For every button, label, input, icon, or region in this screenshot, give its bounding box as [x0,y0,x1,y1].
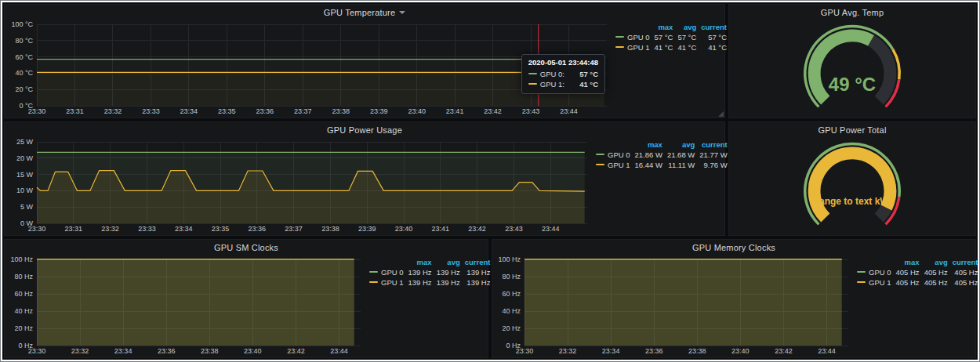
dashboard-row-1: GPU Temperature 0 °C20 °C40 °C60 °C80 °C… [4,4,976,118]
svg-text:20 Hz: 20 Hz [502,324,521,332]
legend-series-name[interactable]: GPU 1 [608,161,630,169]
legend-header-max[interactable]: max [652,22,676,32]
legend-header-current[interactable]: current [950,257,978,267]
panel-gpu-memory-clocks: GPU Memory Clocks 0 Hz20 Hz40 Hz60 Hz80 … [492,239,976,358]
svg-text:23:42: 23:42 [484,107,502,115]
panel-menu-caret-icon[interactable] [399,11,405,14]
svg-text:40 Hz: 40 Hz [502,307,521,315]
legend-row: GPU 141 °C41 °C41 °C [613,42,729,52]
legend-value: 21.86 W [633,150,665,160]
svg-text:23:37: 23:37 [285,225,303,233]
gpu-sm-clocks-chart[interactable]: 0 Hz20 Hz40 Hz60 Hz80 Hz100 Hz23:3023:32… [8,255,367,356]
svg-text:23:39: 23:39 [370,107,388,115]
svg-text:23:41: 23:41 [432,225,450,233]
legend-header-avg[interactable]: avg [675,22,699,32]
legend-series-name[interactable]: GPU 0 [608,150,630,159]
legend-value: 9.76 W [697,160,729,170]
legend-series-name[interactable]: GPU 0 [381,268,404,277]
svg-text:10 W: 10 W [16,186,34,194]
gpu-power-usage-body: 0 W5 W10 W15 W20 W25 W23:3023:3123:3223:… [5,137,724,235]
tooltip-series-value: 41 °C [579,79,598,89]
gpu-power-usage-chart-svg[interactable]: 0 W5 W10 W15 W20 W25 W23:3023:3123:3223:… [8,137,593,233]
legend-series-name[interactable]: GPU 1 [627,43,650,52]
legend-header-max[interactable]: max [894,257,922,267]
svg-text:23:38: 23:38 [201,347,219,355]
legend-header-avg[interactable]: avg [665,139,697,150]
legend-header-current[interactable]: current [697,139,729,150]
legend-value: 41 °C [675,42,699,52]
legend-header-max[interactable]: max [406,257,434,267]
panel-header-gpu-memory-clocks[interactable]: GPU Memory Clocks [492,240,975,255]
legend-value: 405 Hz [894,267,922,277]
legend-value: 405 Hz [894,277,922,288]
series-color-icon [369,271,378,273]
gpu-sm-clocks-chart-svg[interactable]: 0 Hz20 Hz40 Hz60 Hz80 Hz100 Hz23:3023:32… [8,255,367,356]
svg-text:23:36: 23:36 [158,347,176,355]
legend-series-name[interactable]: GPU 1 [869,278,891,287]
svg-text:15 W: 15 W [16,171,34,179]
gpu-memory-clocks-chart[interactable]: 0 Hz20 Hz40 Hz60 Hz80 Hz100 Hz23:3023:32… [495,255,855,356]
gpu-memory-clocks-chart-svg[interactable]: 0 Hz20 Hz40 Hz60 Hz80 Hz100 Hz23:3023:32… [495,255,855,356]
svg-text:25 W: 25 W [16,138,34,146]
screenshot-frame: GPU Temperature 0 °C20 °C40 °C60 °C80 °C… [0,0,980,362]
legend-value: 139 Hz [406,277,434,288]
grafana-dashboard: GPU Temperature 0 °C20 °C40 °C60 °C80 °C… [2,2,978,360]
svg-text:23:34: 23:34 [175,225,193,233]
legend-value: 41 °C [652,42,676,52]
legend-row: GPU 0139 Hz139 Hz139 Hz [367,267,492,277]
panel-gpu-sm-clocks: GPU SM Clocks 0 Hz20 Hz40 Hz60 Hz80 Hz10… [4,239,488,358]
panel-header-gpu-sm-clocks[interactable]: GPU SM Clocks [5,240,488,255]
gpu-temperature-chart[interactable]: 0 °C20 °C40 °C60 °C80 °C100 °C23:3023:31… [8,20,613,116]
svg-text:23:44: 23:44 [330,347,348,355]
series-color-icon [528,83,537,85]
panel-resize-handle[interactable] [718,111,724,117]
series-color-icon [369,281,378,283]
panel-header-gpu-power-usage[interactable]: GPU Power Usage [5,122,724,137]
legend-value: 405 Hz [922,267,950,277]
legend-header-current[interactable]: current [699,22,729,32]
legend-value: 57 °C [652,32,676,42]
svg-text:23:31: 23:31 [66,107,84,115]
legend-value: 139 Hz [463,277,493,288]
legend-series-name[interactable]: GPU 0 [627,33,650,42]
legend-row: GPU 116.44 W11.11 W9.76 W [593,160,730,170]
legend-value: 41 °C [699,42,729,52]
legend-series-name[interactable]: GPU 1 [381,278,404,287]
svg-text:23:44: 23:44 [542,225,560,233]
gpu-temperature-body: 0 °C20 °C40 °C60 °C80 °C100 °C23:3023:31… [5,20,724,118]
legend-row: GPU 1139 Hz139 Hz139 Hz [367,277,492,288]
svg-text:20 W: 20 W [16,154,34,162]
legend-value: 139 Hz [434,277,463,288]
tooltip-series-row: GPU 0:57 °C [528,69,598,79]
tooltip-series-row: GPU 1:41 °C [528,79,598,89]
svg-text:20 Hz: 20 Hz [14,324,33,332]
svg-text:23:33: 23:33 [138,225,156,233]
legend-header-avg[interactable]: avg [922,257,950,267]
svg-text:60 Hz: 60 Hz [14,290,33,298]
gpu-memory-clocks-body: 0 Hz20 Hz40 Hz60 Hz80 Hz100 Hz23:3023:32… [492,255,975,357]
svg-text:100 Hz: 100 Hz [498,255,521,263]
svg-text:23:36: 23:36 [645,347,663,355]
panel-header-gpu-temperature[interactable]: GPU Temperature [5,5,724,20]
panel-gpu-temperature: GPU Temperature 0 °C20 °C40 °C60 °C80 °C… [4,4,725,118]
legend-header-current[interactable]: current [463,257,493,267]
legend-header-avg[interactable]: avg [434,257,463,267]
panel-gpu-power-total: GPU Power Total range to text kW [728,121,976,236]
gpu-power-usage-chart[interactable]: 0 W5 W10 W15 W20 W25 W23:3023:3123:3223:… [8,137,593,233]
gpu-avg-temp-body: 49 °C [729,20,975,118]
panel-header-gpu-power-total[interactable]: GPU Power Total [729,122,975,137]
legend-series-name[interactable]: GPU 0 [869,268,891,277]
legend-header-max[interactable]: max [633,139,665,150]
panel-title-gpu-power-total: GPU Power Total [818,125,886,135]
svg-text:23:40: 23:40 [244,347,262,355]
tooltip-series-name: GPU 0: [540,70,564,78]
legend-value: 405 Hz [950,267,978,277]
svg-text:23:38: 23:38 [688,347,706,355]
svg-text:23:32: 23:32 [71,347,89,355]
gauge-value-text: range to text kW [729,196,975,207]
dashboard-row-3: GPU SM Clocks 0 Hz20 Hz40 Hz60 Hz80 Hz10… [4,239,976,358]
panel-header-gpu-avg-temp[interactable]: GPU Avg. Temp [729,5,975,20]
svg-text:23:35: 23:35 [218,107,236,115]
svg-text:20 °C: 20 °C [15,85,33,93]
svg-text:40 °C: 40 °C [15,69,33,77]
